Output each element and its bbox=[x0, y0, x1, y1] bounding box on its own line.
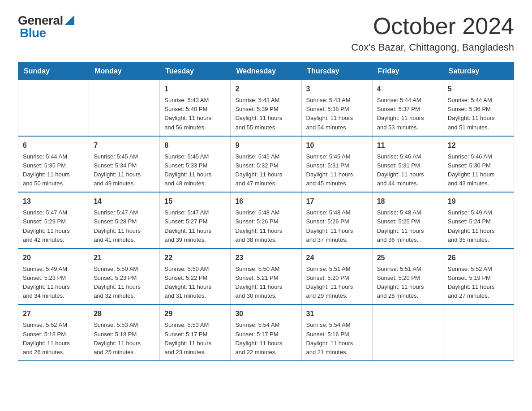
day-info: Sunrise: 5:51 AM Sunset: 5:20 PM Dayligh… bbox=[306, 265, 368, 301]
title-section: October 2024 Cox's Bazar, Chittagong, Ba… bbox=[351, 13, 514, 53]
week-row-1: 1Sunrise: 5:43 AM Sunset: 5:40 PM Daylig… bbox=[18, 80, 514, 136]
day-number: 13 bbox=[23, 196, 84, 207]
day-number: 6 bbox=[23, 140, 84, 151]
calendar-cell-3-1: 21Sunrise: 5:50 AM Sunset: 5:23 PM Dayli… bbox=[89, 248, 160, 305]
day-number: 3 bbox=[306, 84, 368, 94]
calendar-title: October 2024 bbox=[351, 13, 514, 39]
calendar-cell-4-2: 29Sunrise: 5:53 AM Sunset: 5:17 PM Dayli… bbox=[160, 304, 231, 361]
calendar-cell-2-1: 14Sunrise: 5:47 AM Sunset: 5:28 PM Dayli… bbox=[89, 192, 160, 248]
calendar-cell-3-2: 22Sunrise: 5:50 AM Sunset: 5:22 PM Dayli… bbox=[160, 248, 231, 305]
calendar-cell-4-3: 30Sunrise: 5:54 AM Sunset: 5:17 PM Dayli… bbox=[231, 304, 301, 361]
weekday-header-monday: Monday bbox=[89, 63, 160, 80]
day-number: 28 bbox=[94, 308, 155, 319]
page-header: General Blue October 2024 Cox's Bazar, C… bbox=[18, 13, 514, 53]
week-row-5: 27Sunrise: 5:52 AM Sunset: 5:18 PM Dayli… bbox=[18, 304, 514, 361]
day-number: 25 bbox=[377, 253, 438, 263]
day-number: 12 bbox=[448, 140, 509, 151]
day-info: Sunrise: 5:44 AM Sunset: 5:35 PM Dayligh… bbox=[23, 152, 84, 188]
calendar-cell-2-3: 16Sunrise: 5:48 AM Sunset: 5:26 PM Dayli… bbox=[231, 192, 301, 248]
day-info: Sunrise: 5:47 AM Sunset: 5:27 PM Dayligh… bbox=[164, 208, 226, 244]
calendar-cell-2-2: 15Sunrise: 5:47 AM Sunset: 5:27 PM Dayli… bbox=[160, 192, 231, 248]
day-number: 18 bbox=[377, 196, 438, 207]
day-number: 10 bbox=[306, 140, 368, 151]
calendar-cell-4-5 bbox=[372, 304, 443, 361]
calendar-cell-3-5: 25Sunrise: 5:51 AM Sunset: 5:20 PM Dayli… bbox=[372, 248, 443, 305]
week-row-2: 6Sunrise: 5:44 AM Sunset: 5:35 PM Daylig… bbox=[18, 136, 514, 193]
day-info: Sunrise: 5:53 AM Sunset: 5:18 PM Dayligh… bbox=[94, 321, 155, 357]
calendar-cell-1-2: 8Sunrise: 5:45 AM Sunset: 5:33 PM Daylig… bbox=[160, 136, 231, 193]
weekday-header-wednesday: Wednesday bbox=[231, 63, 301, 80]
day-info: Sunrise: 5:48 AM Sunset: 5:25 PM Dayligh… bbox=[377, 208, 438, 244]
day-number: 1 bbox=[164, 84, 226, 94]
day-number: 26 bbox=[448, 253, 509, 263]
calendar-subtitle: Cox's Bazar, Chittagong, Bangladesh bbox=[351, 42, 514, 53]
weekday-header-tuesday: Tuesday bbox=[160, 63, 231, 80]
weekday-header-row: SundayMondayTuesdayWednesdayThursdayFrid… bbox=[18, 63, 514, 80]
calendar-cell-2-6: 19Sunrise: 5:49 AM Sunset: 5:24 PM Dayli… bbox=[443, 192, 514, 248]
day-number: 16 bbox=[235, 196, 296, 207]
logo: General Blue bbox=[18, 13, 74, 40]
day-info: Sunrise: 5:46 AM Sunset: 5:31 PM Dayligh… bbox=[377, 152, 438, 188]
day-number: 22 bbox=[164, 253, 226, 263]
day-info: Sunrise: 5:43 AM Sunset: 5:40 PM Dayligh… bbox=[164, 96, 226, 132]
day-info: Sunrise: 5:53 AM Sunset: 5:17 PM Dayligh… bbox=[164, 321, 226, 357]
calendar-cell-2-4: 17Sunrise: 5:48 AM Sunset: 5:26 PM Dayli… bbox=[301, 192, 372, 248]
logo-blue-text: Blue bbox=[20, 26, 46, 40]
week-row-3: 13Sunrise: 5:47 AM Sunset: 5:29 PM Dayli… bbox=[18, 192, 514, 248]
calendar-cell-0-2: 1Sunrise: 5:43 AM Sunset: 5:40 PM Daylig… bbox=[160, 80, 231, 136]
day-info: Sunrise: 5:44 AM Sunset: 5:36 PM Dayligh… bbox=[448, 96, 509, 132]
day-info: Sunrise: 5:45 AM Sunset: 5:32 PM Dayligh… bbox=[235, 152, 296, 188]
day-number: 2 bbox=[235, 84, 296, 94]
day-info: Sunrise: 5:47 AM Sunset: 5:29 PM Dayligh… bbox=[23, 208, 84, 244]
calendar-cell-1-0: 6Sunrise: 5:44 AM Sunset: 5:35 PM Daylig… bbox=[18, 136, 89, 193]
day-number: 15 bbox=[164, 196, 226, 207]
day-number: 4 bbox=[377, 84, 438, 94]
day-number: 29 bbox=[164, 308, 226, 319]
day-info: Sunrise: 5:48 AM Sunset: 5:26 PM Dayligh… bbox=[306, 208, 368, 244]
calendar-cell-2-0: 13Sunrise: 5:47 AM Sunset: 5:29 PM Dayli… bbox=[18, 192, 89, 248]
day-number: 9 bbox=[235, 140, 296, 151]
calendar-cell-1-3: 9Sunrise: 5:45 AM Sunset: 5:32 PM Daylig… bbox=[231, 136, 301, 193]
svg-marker-0 bbox=[64, 15, 74, 25]
calendar-cell-4-1: 28Sunrise: 5:53 AM Sunset: 5:18 PM Dayli… bbox=[89, 304, 160, 361]
day-number: 23 bbox=[235, 253, 296, 263]
day-info: Sunrise: 5:52 AM Sunset: 5:19 PM Dayligh… bbox=[448, 265, 509, 301]
day-number: 19 bbox=[448, 196, 509, 207]
logo-triangle-icon bbox=[64, 15, 74, 25]
day-number: 5 bbox=[448, 84, 509, 94]
calendar-cell-1-6: 12Sunrise: 5:46 AM Sunset: 5:30 PM Dayli… bbox=[443, 136, 514, 193]
day-info: Sunrise: 5:54 AM Sunset: 5:17 PM Dayligh… bbox=[235, 321, 296, 357]
day-number: 27 bbox=[23, 308, 84, 319]
day-number: 7 bbox=[94, 140, 155, 151]
day-number: 21 bbox=[94, 253, 155, 263]
weekday-header-saturday: Saturday bbox=[443, 63, 514, 80]
weekday-header-thursday: Thursday bbox=[301, 63, 372, 80]
calendar-cell-2-5: 18Sunrise: 5:48 AM Sunset: 5:25 PM Dayli… bbox=[372, 192, 443, 248]
weekday-header-friday: Friday bbox=[372, 63, 443, 80]
week-row-4: 20Sunrise: 5:49 AM Sunset: 5:23 PM Dayli… bbox=[18, 248, 514, 305]
calendar-cell-1-4: 10Sunrise: 5:45 AM Sunset: 5:31 PM Dayli… bbox=[301, 136, 372, 193]
calendar-cell-0-0 bbox=[18, 80, 89, 136]
day-info: Sunrise: 5:51 AM Sunset: 5:20 PM Dayligh… bbox=[377, 265, 438, 301]
day-number: 17 bbox=[306, 196, 368, 207]
calendar-cell-0-5: 4Sunrise: 5:44 AM Sunset: 5:37 PM Daylig… bbox=[372, 80, 443, 136]
calendar-cell-4-4: 31Sunrise: 5:54 AM Sunset: 5:16 PM Dayli… bbox=[301, 304, 372, 361]
day-info: Sunrise: 5:50 AM Sunset: 5:22 PM Dayligh… bbox=[164, 265, 226, 301]
day-number: 14 bbox=[94, 196, 155, 207]
calendar-cell-3-3: 23Sunrise: 5:50 AM Sunset: 5:21 PM Dayli… bbox=[231, 248, 301, 305]
day-info: Sunrise: 5:48 AM Sunset: 5:26 PM Dayligh… bbox=[235, 208, 296, 244]
calendar-cell-0-1 bbox=[89, 80, 160, 136]
calendar-cell-1-1: 7Sunrise: 5:45 AM Sunset: 5:34 PM Daylig… bbox=[89, 136, 160, 193]
calendar-table: SundayMondayTuesdayWednesdayThursdayFrid… bbox=[18, 62, 514, 361]
day-info: Sunrise: 5:49 AM Sunset: 5:24 PM Dayligh… bbox=[448, 208, 509, 244]
day-info: Sunrise: 5:47 AM Sunset: 5:28 PM Dayligh… bbox=[94, 208, 155, 244]
day-info: Sunrise: 5:50 AM Sunset: 5:23 PM Dayligh… bbox=[94, 265, 155, 301]
calendar-cell-4-0: 27Sunrise: 5:52 AM Sunset: 5:18 PM Dayli… bbox=[18, 304, 89, 361]
calendar-cell-4-6 bbox=[443, 304, 514, 361]
calendar-cell-0-6: 5Sunrise: 5:44 AM Sunset: 5:36 PM Daylig… bbox=[443, 80, 514, 136]
calendar-cell-3-4: 24Sunrise: 5:51 AM Sunset: 5:20 PM Dayli… bbox=[301, 248, 372, 305]
calendar-cell-1-5: 11Sunrise: 5:46 AM Sunset: 5:31 PM Dayli… bbox=[372, 136, 443, 193]
weekday-header-sunday: Sunday bbox=[18, 63, 89, 80]
calendar-cell-3-6: 26Sunrise: 5:52 AM Sunset: 5:19 PM Dayli… bbox=[443, 248, 514, 305]
day-info: Sunrise: 5:45 AM Sunset: 5:31 PM Dayligh… bbox=[306, 152, 368, 188]
